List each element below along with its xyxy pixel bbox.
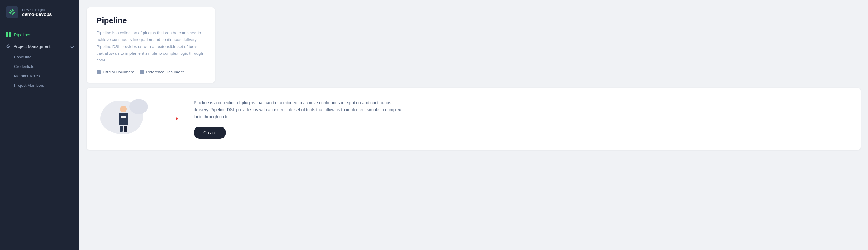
project-name: demo-devops — [22, 11, 52, 17]
sidebar-item-credentials[interactable]: Credentials — [0, 62, 80, 71]
project-type: DevOps Project — [22, 8, 52, 11]
sidebar-item-member-roles[interactable]: Member Roles — [0, 71, 80, 81]
main-content: Pipeline Pipeline is a collection of plu… — [80, 0, 868, 250]
illustration-area — [99, 98, 148, 140]
reference-document-label: Reference Document — [146, 70, 184, 74]
create-pipeline-card: Pipeline is a collection of plugins that… — [87, 88, 861, 150]
pipelines-label: Pipelines — [14, 32, 31, 37]
create-description: Pipeline is a collection of plugins that… — [194, 99, 401, 120]
person-figure — [119, 106, 128, 132]
arrow-area — [160, 118, 181, 119]
pipeline-title: Pipeline — [96, 16, 205, 25]
sidebar: DevOps Project demo-devops Pipelines ⚙ P… — [0, 0, 80, 250]
sidebar-item-basic-info[interactable]: Basic Info — [0, 52, 80, 62]
project-logo — [6, 6, 18, 18]
link-icon-1 — [96, 70, 101, 74]
sidebar-item-pipelines[interactable]: Pipelines — [0, 29, 80, 40]
create-button[interactable]: Create — [194, 127, 226, 139]
person-leg-right — [124, 126, 127, 132]
gear-icon: ⚙ — [6, 44, 10, 49]
reference-document-link[interactable]: Reference Document — [140, 70, 184, 74]
sidebar-item-project-members[interactable]: Project Members — [0, 81, 80, 90]
person-body — [119, 113, 128, 125]
official-document-link[interactable]: Official Document — [96, 70, 134, 74]
sidebar-item-project-management[interactable]: ⚙ Project Managment — [0, 40, 80, 52]
official-document-label: Official Document — [103, 70, 134, 74]
project-info: DevOps Project demo-devops — [22, 8, 52, 17]
sidebar-nav: Pipelines ⚙ Project Managment Basic Info… — [0, 24, 80, 250]
chevron-down-icon — [71, 44, 73, 49]
illustration-blob2 — [129, 99, 148, 114]
person-legs — [120, 126, 127, 132]
project-management-label: Project Managment — [13, 44, 51, 49]
project-management-left: ⚙ Project Managment — [6, 44, 51, 49]
person-head — [120, 106, 127, 112]
sidebar-header: DevOps Project demo-devops — [0, 0, 80, 24]
arrow-line — [163, 118, 178, 119]
pipeline-links: Official Document Reference Document — [96, 70, 205, 74]
link-icon-2 — [140, 70, 144, 74]
create-info: Pipeline is a collection of plugins that… — [194, 99, 848, 139]
red-arrow-icon — [163, 118, 178, 119]
pipeline-info-card: Pipeline Pipeline is a collection of plu… — [87, 7, 215, 83]
pipelines-icon — [6, 32, 11, 37]
person-leg-left — [120, 126, 123, 132]
pipeline-description: Pipeline is a collection of plugins that… — [96, 30, 205, 63]
svg-point-0 — [11, 11, 13, 13]
